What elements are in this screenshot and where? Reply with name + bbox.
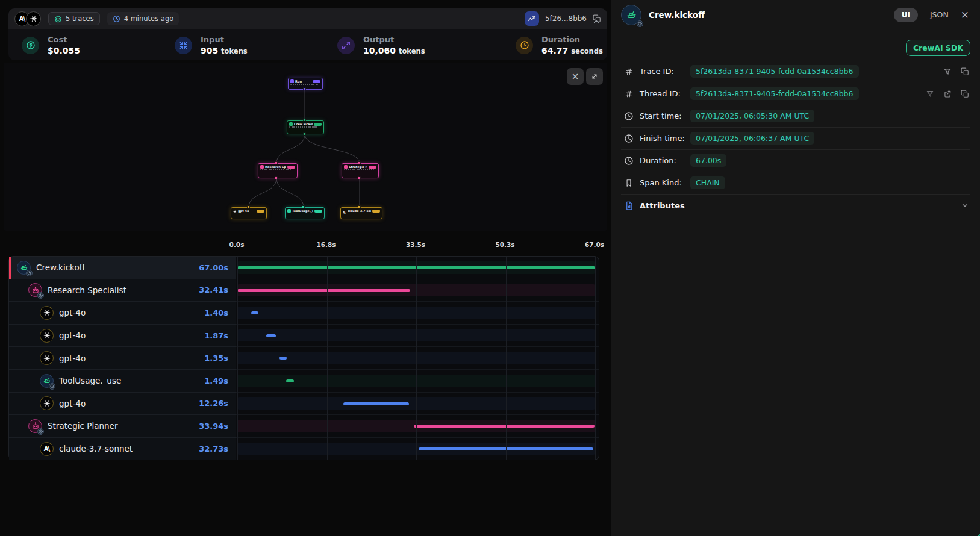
node-handle [303,132,306,136]
stat-card-output: Output 10,060 tokens [337,35,425,55]
span-duration-bar[interactable] [343,402,409,405]
gridline [506,257,507,460]
trace-header-bar: A\ 5 traces 4 minutes ago 5f26...8bb6 [8,8,607,29]
span-label: Research Specialist [48,285,126,295]
span-duration-bar[interactable] [414,425,595,428]
graph-close-button[interactable]: × [567,68,584,85]
expand-diagonal-icon [590,72,599,81]
panel-close-icon[interactable]: ✕ [961,9,969,21]
span-duration-bar[interactable] [286,379,294,382]
trace-graph-panel: Run Crew.kickoff Research Speciali... St… [4,63,607,231]
detail-row-value[interactable]: 67.00s [690,154,726,167]
stat-card-duration: Duration 64.77 seconds [516,35,603,55]
node-handle [247,205,250,208]
copy-icon[interactable] [961,67,969,76]
graph-node-claude[interactable]: A\ claude-3.7-sonnet [340,207,382,219]
expand-icon [337,37,355,54]
detail-row: Trace ID: 5f2613da-8371-9405-fcdd-0a1534… [611,60,980,83]
span-row[interactable]: A\ claude-3.7-sonnet 32.73s [9,438,599,461]
node-handle [303,119,306,122]
node-handle [303,87,306,90]
graph-node-gpt-4o[interactable]: gpt-4o [231,207,267,219]
detail-row-value[interactable]: 07/01/2025, 06:06:37 AM UTC [690,132,814,145]
span-duration-bar[interactable] [266,334,276,337]
collapse-chevron-icon[interactable] [590,17,602,26]
node-duration-pill [372,210,380,213]
traces-count-badge[interactable]: 5 traces [48,12,100,25]
span-waterfall-table: Crew.kickoff 67.00s Research Specialist … [8,256,599,460]
node-handle [358,161,361,164]
clock-badge-icon [37,428,44,435]
traces-count-label: 5 traces [66,14,94,23]
robot-icon [260,165,264,169]
axis-tick-label: 16.8s [316,241,336,248]
attributes-section-header[interactable]: Attributes [611,194,980,217]
clock-badge-icon [37,292,44,299]
span-row[interactable]: Strategic Planner 33.94s [9,415,599,438]
span-duration-bar[interactable] [251,311,258,314]
gridline [595,257,596,460]
sdk-badge[interactable]: CrewAI SDK [906,40,970,56]
clock-icon [624,134,634,143]
node-duration-pill [369,166,376,169]
openai-logo-icon [43,332,51,339]
trending-icon [527,14,536,23]
external-link-icon[interactable] [943,90,952,98]
detail-row-label: Duration: [640,156,690,165]
detail-row: Thread ID: 5f2613da-8371-9405-fcdd-0a153… [611,83,980,105]
graph-fullscreen-button[interactable] [586,68,603,85]
timeline-axis: 0.0s16.8s33.5s50.3s67.0s [236,241,599,251]
node-duration-pill [287,166,295,169]
clock-icon [624,111,634,121]
detail-panel-title: Crew.kickoff [649,10,705,20]
span-row[interactable]: Crew.kickoff 67.00s [9,257,599,279]
span-row[interactable]: gpt-4o 1.35s [9,347,599,370]
span-duration-text: 1.49s [204,376,228,385]
filter-icon[interactable] [943,67,952,76]
detail-row-label: Thread ID: [640,89,690,98]
detail-row-value[interactable]: 07/01/2025, 06:05:30 AM UTC [690,110,814,122]
span-row[interactable]: gpt-4o 1.87s [9,325,599,347]
openai-logo-icon [43,355,51,362]
dollar-icon [22,37,39,54]
detail-panel-header: Crew.kickoff UI JSON ✕ [611,0,980,30]
detail-row-value[interactable]: 5f2613da-8371-9405-fcdd-0a1534cc8bb6 [690,65,859,78]
layers-icon [54,15,62,23]
detail-row: Span Kind: CHAIN [611,172,980,194]
tab-ui[interactable]: UI [894,8,918,22]
graph-node-research-specialist[interactable]: Research Speciali... [258,163,298,178]
instrument-clock-badge-icon [637,20,643,27]
stats-row: Cost $0.055 Input 905 tokens Output 10,0… [8,29,607,60]
chevron-down-icon[interactable] [961,201,969,210]
detail-row-value[interactable]: CHAIN [690,176,725,189]
time-ago-badge: 4 minutes ago [107,12,179,25]
clock-badge-icon [26,270,33,276]
span-label: gpt-4o [59,308,86,317]
clock-icon [516,37,533,54]
span-row[interactable]: ToolUsage._use 1.49s [9,370,599,393]
copy-icon[interactable] [961,90,969,98]
span-duration-text: 33.94s [199,422,228,431]
node-handle [275,176,278,179]
anthropic-logo-icon: A\ [19,16,25,22]
graph-node-toolusage[interactable]: ToolUsage._use [285,207,325,219]
filter-icon[interactable] [926,90,934,98]
node-duration-pill [314,210,322,213]
resize-corner[interactable] [972,529,980,536]
hash-icon [624,90,634,98]
metrics-button[interactable] [525,11,539,26]
bookmark-icon [624,179,634,187]
span-row[interactable]: gpt-4o 1.40s [9,302,599,325]
crew-avatar [621,5,641,25]
span-duration-bar[interactable] [279,357,287,360]
anthropic-icon: A\ [343,210,345,212]
span-row[interactable]: Research Specialist 32.41s [9,279,599,302]
node-duration-pill [314,123,322,126]
tab-json[interactable]: JSON [930,10,949,19]
span-duration-bar[interactable] [237,289,410,292]
openai-icon [233,210,235,212]
stat-card-input: Input 905 tokens [175,35,248,55]
span-label: claude-3.7-sonnet [59,444,133,453]
detail-row-value[interactable]: 5f2613da-8371-9405-fcdd-0a1534cc8bb6 [690,87,859,100]
span-row[interactable]: gpt-4o 12.26s [9,393,599,416]
